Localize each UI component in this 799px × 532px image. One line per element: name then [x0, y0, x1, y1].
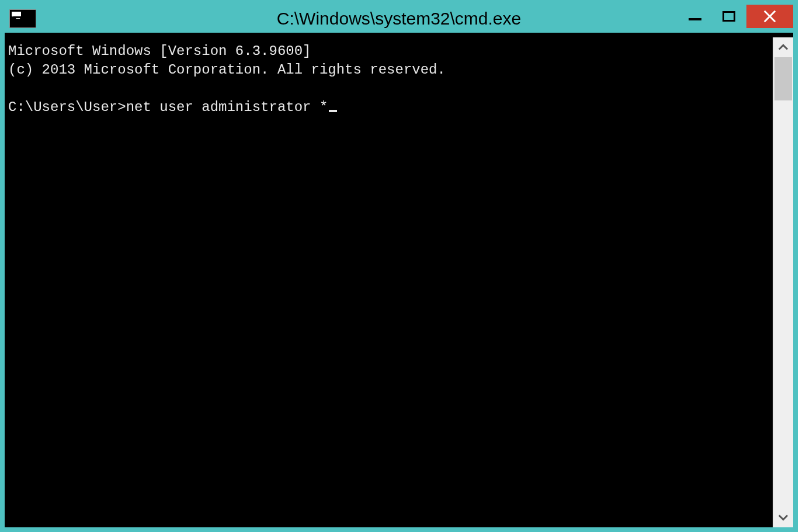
chevron-down-icon: [778, 512, 788, 523]
command-text: net user administrator *: [126, 99, 328, 115]
maximize-icon: [722, 11, 735, 22]
window-controls: [679, 5, 793, 28]
app-icon[interactable]: [9, 9, 36, 28]
vertical-scrollbar[interactable]: [773, 37, 793, 527]
close-button[interactable]: [746, 5, 793, 28]
scroll-up-button[interactable]: [773, 37, 793, 57]
terminal-output[interactable]: Microsoft Windows [Version 6.3.9600] (c)…: [5, 37, 773, 527]
prompt-text: C:\Users\User>: [8, 99, 126, 115]
version-line: Microsoft Windows [Version 6.3.9600]: [8, 43, 311, 59]
chevron-up-icon: [778, 42, 788, 53]
scrollbar-thumb[interactable]: [774, 57, 792, 100]
scroll-down-button[interactable]: [773, 507, 793, 527]
minimize-icon: [689, 18, 701, 20]
minimize-button[interactable]: [679, 5, 711, 28]
close-icon: [763, 10, 776, 23]
titlebar[interactable]: C:\Windows\system32\cmd.exe: [5, 5, 793, 33]
cursor: [329, 110, 337, 112]
client-area: Microsoft Windows [Version 6.3.9600] (c)…: [5, 37, 793, 527]
maximize-button[interactable]: [711, 5, 746, 28]
scrollbar-track[interactable]: [773, 57, 793, 507]
window-title: C:\Windows\system32\cmd.exe: [5, 9, 793, 29]
cmd-window: C:\Windows\system32\cmd.exe Microsoft Wi…: [0, 0, 798, 532]
copyright-line: (c) 2013 Microsoft Corporation. All righ…: [8, 62, 446, 78]
